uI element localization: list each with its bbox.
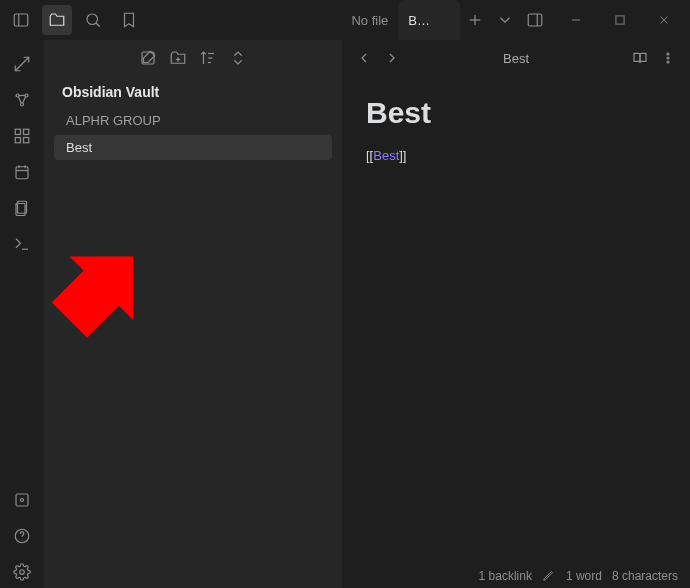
- svg-point-43: [667, 53, 669, 55]
- note-body: [[Best]]: [366, 148, 666, 163]
- svg-point-16: [21, 103, 24, 106]
- svg-line-3: [96, 23, 100, 27]
- window-maximize-button[interactable]: [600, 5, 640, 35]
- tab-inactive-label: No file: [351, 13, 388, 28]
- quick-switcher-icon[interactable]: [6, 48, 38, 80]
- templates-icon[interactable]: [6, 192, 38, 224]
- new-note-icon[interactable]: [139, 49, 157, 70]
- svg-rect-22: [15, 138, 20, 143]
- svg-line-18: [23, 96, 26, 103]
- graph-icon[interactable]: [6, 84, 38, 116]
- nav-forward-icon[interactable]: [378, 44, 406, 72]
- nav-back-icon[interactable]: [350, 44, 378, 72]
- canvas-icon[interactable]: [6, 120, 38, 152]
- ribbon: [0, 40, 44, 588]
- svg-line-5: [440, 17, 447, 24]
- svg-point-45: [667, 61, 669, 63]
- command-palette-icon[interactable]: [6, 228, 38, 260]
- sort-icon[interactable]: [199, 49, 217, 70]
- more-options-icon[interactable]: [654, 44, 682, 72]
- note-title: Best: [366, 96, 666, 130]
- statusbar: 1 backlink 1 word 8 characters: [467, 564, 690, 588]
- svg-point-35: [20, 570, 25, 575]
- edit-status-icon[interactable]: [542, 568, 556, 585]
- svg-point-44: [667, 57, 669, 59]
- window-close-button[interactable]: [644, 5, 684, 35]
- vault-icon[interactable]: [6, 484, 38, 516]
- svg-rect-31: [16, 494, 28, 506]
- status-words[interactable]: 1 word: [566, 569, 602, 583]
- window-minimize-button[interactable]: [556, 5, 596, 35]
- editor-content[interactable]: Best [[Best]]: [342, 76, 690, 183]
- tab-active[interactable]: B…: [398, 0, 460, 40]
- tree-item-label: Best: [66, 140, 92, 155]
- svg-point-2: [87, 14, 98, 25]
- svg-rect-11: [616, 16, 624, 24]
- titlebar: No file B…: [0, 0, 690, 40]
- svg-point-32: [21, 499, 24, 502]
- svg-line-17: [18, 96, 21, 103]
- tab-inactive[interactable]: No file: [341, 0, 398, 40]
- svg-rect-21: [24, 129, 29, 134]
- search-icon[interactable]: [78, 5, 108, 35]
- wikilink[interactable]: Best: [373, 148, 399, 163]
- files-icon[interactable]: [42, 5, 72, 35]
- svg-rect-20: [15, 129, 20, 134]
- settings-icon[interactable]: [6, 556, 38, 588]
- bookmark-icon[interactable]: [114, 5, 144, 35]
- svg-line-4: [440, 17, 447, 24]
- toggle-left-sidebar-icon[interactable]: [6, 5, 36, 35]
- tab-dropdown-icon[interactable]: [490, 5, 520, 35]
- toggle-right-sidebar-icon[interactable]: [520, 5, 550, 35]
- new-folder-icon[interactable]: [169, 49, 187, 70]
- tree-item[interactable]: Best: [54, 135, 332, 160]
- tree-item[interactable]: ALPHR GROUP: [54, 108, 332, 133]
- svg-rect-8: [528, 14, 542, 26]
- vault-title: Obsidian Vault: [44, 78, 342, 108]
- status-chars[interactable]: 8 characters: [612, 569, 678, 583]
- collapse-icon[interactable]: [229, 49, 247, 70]
- svg-rect-23: [24, 138, 29, 143]
- svg-rect-24: [16, 167, 28, 179]
- new-tab-button[interactable]: [460, 5, 490, 35]
- status-backlinks[interactable]: 1 backlink: [479, 569, 532, 583]
- tree-item-label: ALPHR GROUP: [66, 113, 161, 128]
- help-icon[interactable]: [6, 520, 38, 552]
- reading-view-icon[interactable]: [626, 44, 654, 72]
- tab-active-label: B…: [408, 13, 430, 28]
- svg-rect-0: [14, 14, 28, 26]
- close-icon[interactable]: [436, 13, 450, 27]
- file-explorer: Obsidian Vault ALPHR GROUP Best: [44, 40, 342, 588]
- daily-note-icon[interactable]: [6, 156, 38, 188]
- editor-pane: Best Best [[Best]] 1 backlink 1 word 8 c…: [342, 40, 690, 588]
- breadcrumb[interactable]: Best: [406, 51, 626, 66]
